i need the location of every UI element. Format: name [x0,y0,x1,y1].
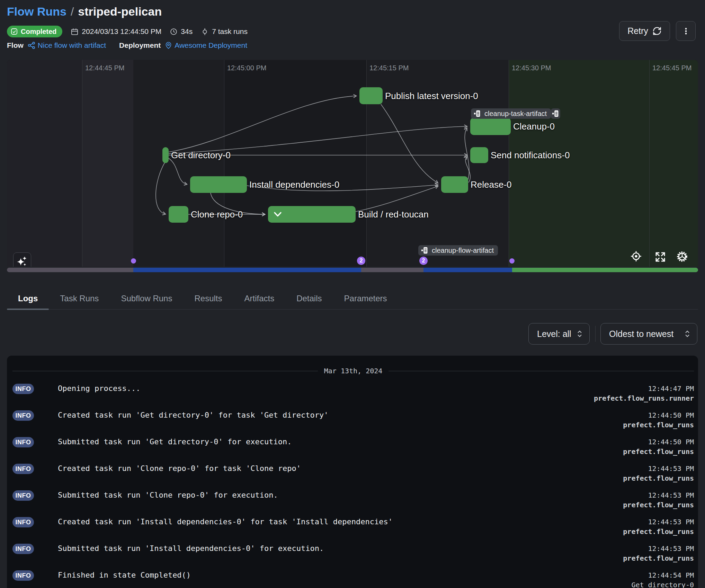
artifact-badge[interactable] [551,108,560,119]
task-node-label: Get directory-0 [171,150,231,161]
log-sort-select[interactable]: Oldest to newest [600,323,697,345]
timeline-scrubber[interactable] [7,268,698,272]
log-date-divider: Mar 13th, 2024 [12,366,694,376]
log-level-badge: INFO [12,490,34,501]
task-node-label: Send notifications-0 [491,150,570,161]
log-meta: 12:44:53 PMprefect.flow_runs [623,490,694,509]
tab-logs[interactable]: Logs [7,287,49,309]
log-level-badge: INFO [12,410,34,421]
log-level-select-value: Level: all [537,329,571,339]
log-timestamp: 12:44:53 PM [648,517,694,527]
completed-check-icon [11,28,18,35]
retry-button[interactable]: Retry [619,21,670,41]
scrubber-segment [133,268,361,272]
retry-button-label: Retry [627,26,648,36]
task-node-get-directory[interactable] [162,147,169,163]
log-message: Submitted task run 'Get directory-0' for… [58,437,623,447]
log-level-select[interactable]: Level: all [528,323,590,345]
log-row: INFOSubmitted task run 'Clone repo-0' fo… [12,487,694,514]
run-duration: 34s [170,27,193,36]
artifact-icon [474,109,481,118]
scrubber-segment [423,268,512,272]
breadcrumb-separator: / [71,5,74,18]
task-node-release[interactable] [441,176,468,193]
tab-results[interactable]: Results [183,287,233,309]
event-marker[interactable]: 2 [419,257,428,265]
task-node-publish[interactable] [359,87,383,104]
event-marker[interactable] [509,258,515,264]
log-meta: 12:44:47 PMprefect.flow_runs.runner [594,383,694,403]
tab-subflow-runs[interactable]: Subflow Runs [110,287,183,309]
log-timestamp: 12:44:53 PM [648,490,694,500]
task-node-clone-repo[interactable] [169,206,188,223]
log-message: Created task run 'Clone repo-0' for task… [58,463,623,474]
flow-name: Nice flow with artifact [38,41,106,50]
run-meta-row: Completed 2024/03/13 12:44:50 PM 34s [7,25,248,38]
event-marker[interactable] [131,258,136,264]
chevron-up-down-icon [685,330,690,338]
task-node-cleanup[interactable] [470,118,511,135]
task-node-send-notifications[interactable] [470,147,488,163]
task-run-count-text: 7 task runs [212,27,248,36]
run-datetime-text: 2024/03/13 12:44:50 PM [82,27,161,36]
tab-parameters[interactable]: Parameters [333,287,398,309]
scrubber-segment [361,268,423,272]
log-message: Opening process... [58,383,594,394]
artifact-badge-label: cleanup-task-artifact [484,110,547,118]
task-node-label: Publish latest version-0 [385,90,478,101]
log-level-badge: INFO [12,544,34,554]
log-timestamp: 12:44:50 PM [648,437,694,447]
tab-artifacts[interactable]: Artifacts [233,287,285,309]
log-source: prefect.flow_runs [623,554,694,563]
breadcrumb-flow-runs-link[interactable]: Flow Runs [7,5,66,18]
log-message: Created task run 'Install dependencies-0… [58,517,623,527]
chevron-up-down-icon [577,330,582,338]
artifact-badge[interactable]: cleanup-task-artifact [471,108,551,119]
log-timestamp: 12:44:53 PM [648,463,694,474]
breadcrumb: Flow Runs / striped-pelican [7,5,162,18]
log-message: Finished in state Completed() [58,570,623,580]
log-message: Created task run 'Get directory-0' for t… [58,410,623,420]
log-level-badge: INFO [12,570,34,581]
task-node-build[interactable] [268,206,356,223]
edge-get-directory-clone-repo [156,162,165,214]
task-node-install-dependencies[interactable] [190,176,247,193]
settings-gear-button[interactable] [675,249,690,264]
artifact-icon [421,246,429,255]
log-timestamp: 12:44:50 PM [648,410,694,420]
task-run-count: 7 task runs [201,27,248,36]
page-title: striped-pelican [78,5,162,18]
deployment-link[interactable]: Awesome Deployment [165,41,247,50]
recenter-button[interactable] [628,249,644,264]
log-panel: Mar 13th, 2024 INFOOpening process...12:… [7,356,698,588]
edge-get-directory-publish [169,96,356,152]
log-level-badge: INFO [12,464,34,474]
tab-task-runs[interactable]: Task Runs [49,287,110,309]
timeline-graph[interactable]: 12:44:45 PM12:45:00 PM12:45:15 PM12:45:3… [7,60,698,267]
log-timestamp: 12:44:53 PM [648,543,694,554]
filter-divider [595,326,596,342]
tab-details[interactable]: Details [285,287,333,309]
log-row: INFOSubmitted task run 'Get directory-0'… [12,434,694,461]
task-node-label: Clone repo-0 [191,209,243,220]
log-meta: 12:44:50 PMprefect.flow_runs [623,410,694,429]
log-sort-select-value: Oldest to newest [609,329,673,339]
scrubber-segment [7,268,133,272]
log-date-label: Mar 13th, 2024 [324,367,383,375]
log-level-badge: INFO [12,517,34,527]
event-marker[interactable]: 2 [357,257,365,265]
more-actions-button[interactable] [676,21,696,41]
fullscreen-button[interactable] [653,249,668,265]
calendar-icon [71,28,79,36]
status-badge: Completed [7,26,62,37]
flow-link[interactable]: Nice flow with artifact [28,41,106,50]
log-source: prefect.flow_runs [623,447,694,456]
scrubber-segment [512,268,698,272]
log-meta: 12:44:53 PMprefect.flow_runs [623,463,694,483]
task-node-label: Cleanup-0 [513,121,555,132]
refresh-icon [652,26,662,36]
artifact-badge[interactable]: cleanup-flow-artifact [418,245,498,256]
kebab-menu-icon [681,27,690,36]
run-duration-text: 34s [181,27,193,36]
sparkles-button[interactable] [13,252,31,267]
